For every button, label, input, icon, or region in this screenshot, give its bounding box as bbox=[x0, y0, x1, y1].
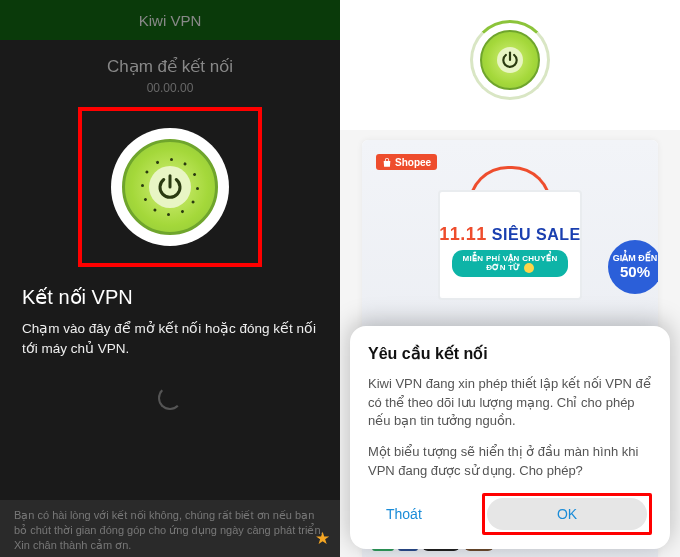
app-title: Kiwi VPN bbox=[139, 12, 202, 29]
cancel-button[interactable]: Thoát bbox=[368, 498, 440, 530]
power-icon bbox=[500, 50, 520, 70]
connect-button[interactable] bbox=[111, 128, 229, 246]
sale-headline: 11.11 SIÊU SALE bbox=[430, 224, 590, 245]
feedback-text: Bạn có hài lòng với kết nối không, chúng… bbox=[14, 509, 324, 551]
connect-timer: 00.00.00 bbox=[0, 81, 340, 95]
dialog-title: Yêu cầu kết nối bbox=[368, 344, 652, 363]
highlight-box-ok: OK bbox=[482, 493, 652, 535]
app-header: Kiwi VPN bbox=[0, 0, 340, 40]
connect-button-small[interactable] bbox=[470, 20, 550, 100]
dialog-body-2: Một biểu tượng sẽ hiển thị ở đầu màn hìn… bbox=[368, 443, 652, 481]
highlight-box-connect bbox=[78, 107, 262, 267]
permission-dialog: Yêu cầu kết nối Kiwi VPN đang xin phép t… bbox=[350, 326, 670, 549]
screen-left: Kiwi VPN Chạm để kết nối 00.00.00 bbox=[0, 0, 340, 557]
connect-subtitle: Chạm để kết nối bbox=[0, 56, 340, 77]
sale-date: 11.11 bbox=[439, 224, 487, 244]
info-panel: Kết nối VPN Chạm vào đây để mở kết nối h… bbox=[0, 285, 340, 358]
sale-text: SIÊU SALE bbox=[492, 226, 581, 243]
dialog-body-1: Kiwi VPN đang xin phép thiết lập kết nối… bbox=[368, 375, 652, 432]
ad-brand: Shopee bbox=[395, 157, 431, 168]
shopping-bag-icon: 11.11 SIÊU SALE MIỄN PHÍ VẬN CHUYỂN ĐƠN … bbox=[430, 170, 590, 300]
top-area bbox=[340, 0, 680, 130]
shopee-logo-icon: Shopee bbox=[376, 154, 437, 170]
screen-right: Shopee 11.11 SIÊU SALE MIỄN PHÍ VẬN CHUY… bbox=[340, 0, 680, 557]
kiwi-icon bbox=[480, 30, 540, 90]
discount-badge: GIẢM ĐẾN 50% bbox=[608, 240, 658, 294]
power-icon bbox=[155, 172, 185, 202]
info-title: Kết nối VPN bbox=[22, 285, 318, 309]
star-icon[interactable]: ★ bbox=[315, 528, 330, 551]
free-ship-badge: MIỄN PHÍ VẬN CHUYỂN ĐƠN TỪ bbox=[452, 250, 568, 277]
info-body: Chạm vào đây để mở kết nối hoặc đóng kết… bbox=[22, 319, 318, 358]
ok-button[interactable]: OK bbox=[487, 498, 647, 530]
kiwi-icon bbox=[122, 139, 218, 235]
feedback-footer: Bạn có hài lòng với kết nối không, chúng… bbox=[0, 500, 340, 557]
loading-spinner-icon bbox=[158, 386, 182, 410]
